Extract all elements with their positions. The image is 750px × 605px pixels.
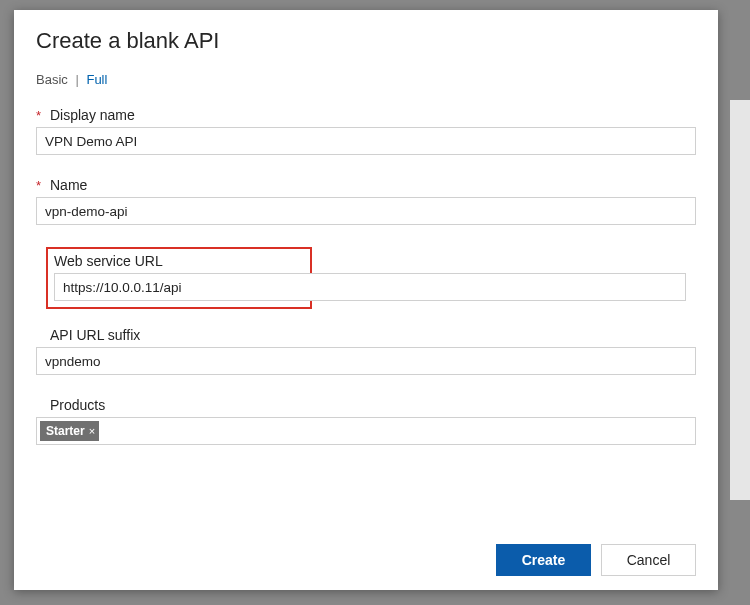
background-page-fragment xyxy=(730,100,750,500)
web-service-url-label: Web service URL xyxy=(54,253,163,269)
web-service-url-highlight: Web service URL xyxy=(46,247,312,309)
view-basic[interactable]: Basic xyxy=(36,72,68,87)
display-name-input[interactable] xyxy=(36,127,696,155)
products-input[interactable]: Starter × xyxy=(36,417,696,445)
field-name: * Name xyxy=(36,177,696,225)
view-toggle: Basic | Full xyxy=(36,72,696,87)
required-indicator: * xyxy=(36,178,50,193)
field-web-service-url: Web service URL xyxy=(54,253,304,301)
name-input[interactable] xyxy=(36,197,696,225)
create-api-dialog: Create a blank API Basic | Full * Displa… xyxy=(14,10,718,590)
product-tag-label: Starter xyxy=(46,422,85,440)
display-name-label: Display name xyxy=(50,107,135,123)
required-indicator: * xyxy=(36,108,50,123)
view-full[interactable]: Full xyxy=(86,72,107,87)
api-url-suffix-label: API URL suffix xyxy=(50,327,140,343)
cancel-button[interactable]: Cancel xyxy=(601,544,696,576)
api-url-suffix-input[interactable] xyxy=(36,347,696,375)
field-api-url-suffix: API URL suffix xyxy=(36,327,696,375)
dialog-title: Create a blank API xyxy=(36,28,696,54)
field-display-name: * Display name xyxy=(36,107,696,155)
dialog-footer: Create Cancel xyxy=(496,544,696,576)
name-label: Name xyxy=(50,177,87,193)
remove-tag-icon[interactable]: × xyxy=(89,422,95,440)
view-separator: | xyxy=(75,72,78,87)
web-service-url-input[interactable] xyxy=(54,273,686,301)
product-tag[interactable]: Starter × xyxy=(40,421,99,441)
products-label: Products xyxy=(50,397,105,413)
field-products: Products Starter × xyxy=(36,397,696,445)
create-button[interactable]: Create xyxy=(496,544,591,576)
